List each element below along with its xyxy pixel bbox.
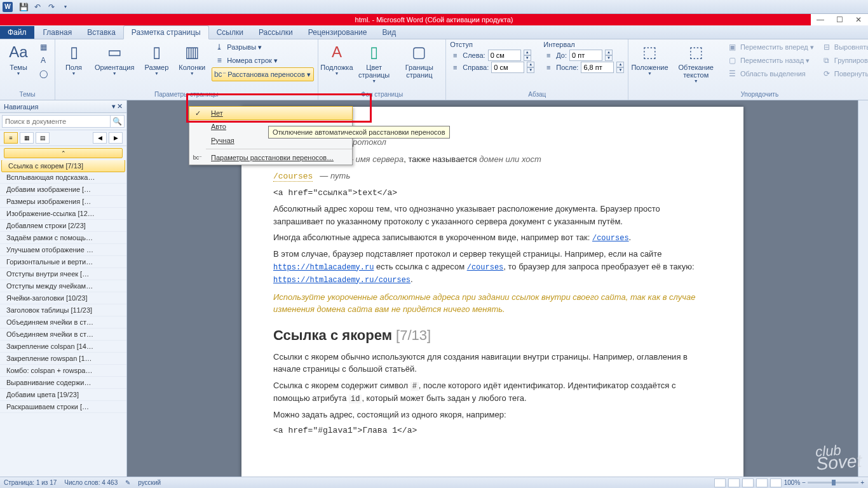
nav-next[interactable]: ▶ [109, 132, 123, 144]
maximize-button[interactable]: ☐ [830, 14, 849, 25]
nav-item[interactable]: Ячейки-заголовки [10/23] [0, 292, 126, 304]
breaks-icon: ⤓ [214, 42, 224, 52]
nav-close-icon[interactable]: ✕ [117, 102, 123, 111]
send-backward-button[interactable]: ▢Переместить назад ▾ [725, 54, 817, 67]
spin-down[interactable]: ▼ [527, 67, 534, 73]
line-numbers-button[interactable]: ≡Номера строк ▾ [212, 54, 314, 67]
group-paragraph: Отступ ≡ Слева: ▲▼ ≡ Справа: ▲▼ Интервал [446, 39, 628, 100]
minimize-button[interactable]: — [811, 14, 830, 25]
status-page[interactable]: Страница: 1 из 17 [4, 479, 57, 486]
nav-item[interactable]: Задаём рамки с помощь… [0, 232, 126, 244]
nav-item[interactable]: Всплывающая подсказка… [0, 172, 126, 184]
tab-references[interactable]: Ссылки [209, 26, 251, 39]
nav-item[interactable]: Добавим цвета [19/23] [0, 389, 126, 401]
nav-item[interactable]: Комбо: colspan + rowspa… [0, 365, 126, 377]
themes-button[interactable]: Aa Темы ▼ [4, 41, 33, 77]
margins-button[interactable]: ▯Поля▼ [59, 41, 88, 77]
position-button[interactable]: ⬚Положение▼ [632, 41, 667, 77]
zoom-out-button[interactable]: − [802, 479, 806, 486]
search-input[interactable] [2, 115, 111, 128]
undo-icon[interactable]: ↶ [32, 1, 43, 13]
spacing-before-input[interactable] [569, 50, 602, 61]
indent-left-input[interactable] [488, 50, 521, 61]
nav-item[interactable]: Добавим изображение [… [0, 184, 126, 196]
nav-dropdown-icon[interactable]: ▾ [112, 102, 116, 111]
view-draft[interactable] [770, 478, 782, 487]
status-proofing-icon[interactable]: ✎ [125, 479, 130, 486]
breaks-button[interactable]: ⤓Разрывы ▾ [212, 41, 314, 53]
zoom-level[interactable]: 100% [784, 479, 801, 486]
view-outline[interactable] [756, 478, 768, 487]
zoom-slider[interactable] [808, 482, 858, 484]
dropdown-item-options[interactable]: bc⁻Параметры расстановки переносов… [189, 151, 352, 165]
nav-item[interactable]: Изображение-ссылка [12… [0, 208, 126, 220]
nav-view-results[interactable]: ▤ [36, 132, 50, 144]
qat-customize-icon[interactable]: ▾ [60, 1, 71, 13]
hyphenation-button[interactable]: bc⁻Расстановка переносов ▾ [212, 67, 314, 81]
window-title: html. - Microsoft Word (Сбой активации п… [355, 16, 513, 24]
wrap-text-button[interactable]: ⬚Обтекание текстом▼ [670, 41, 722, 85]
indent-right-icon: ≡ [450, 64, 460, 71]
status-language[interactable]: русский [138, 479, 161, 486]
watermark-button[interactable]: AПодложка▼ [322, 41, 351, 77]
nav-item[interactable]: Горизонтальные и верти… [0, 256, 126, 268]
tab-view[interactable]: Вид [374, 26, 403, 39]
rotate-button[interactable]: ⟳Повернуть ▾ [819, 67, 868, 80]
view-web-layout[interactable] [742, 478, 754, 487]
selection-pane-button[interactable]: ☰Область выделения [725, 67, 817, 80]
nav-view-pages[interactable]: ▦ [20, 132, 34, 144]
nav-item[interactable]: Улучшаем отображение … [0, 244, 126, 256]
nav-item[interactable]: Выравнивание содержи… [0, 377, 126, 389]
orientation-button[interactable]: ▭Ориентация▼ [91, 41, 138, 77]
redo-icon[interactable]: ↷ [46, 1, 57, 13]
nav-item[interactable]: Размеры изображения [… [0, 196, 126, 208]
nav-item[interactable]: Заголовок таблицы [11/23] [0, 304, 126, 316]
spin-up[interactable]: ▲ [527, 62, 534, 67]
nav-collapse-bar[interactable]: ⌃ [4, 148, 123, 158]
view-print-layout[interactable] [714, 478, 726, 487]
theme-effects-button[interactable]: ◯ [36, 67, 51, 80]
page-color-button[interactable]: ▯Цвет страницы▼ [354, 41, 394, 85]
spin-down[interactable]: ▼ [605, 55, 613, 61]
nav-item[interactable]: Отступы между ячейкам… [0, 280, 126, 292]
spin-down[interactable]: ▼ [616, 67, 624, 73]
size-button[interactable]: ▯Размер▼ [140, 41, 172, 77]
nav-item[interactable]: Объединяем ячейки в ст… [0, 329, 126, 341]
status-words[interactable]: Число слов: 4 463 [64, 479, 118, 486]
group-button[interactable]: ⧉Группировать ▾ [819, 54, 868, 67]
file-tab[interactable]: Файл [0, 26, 34, 39]
save-icon[interactable]: 💾 [18, 1, 29, 13]
bring-forward-button[interactable]: ▣Переместить вперед ▾ [725, 41, 817, 53]
page-borders-button[interactable]: ▢Границы страниц [397, 41, 442, 80]
nav-item[interactable]: Закрепление colspan [14… [0, 341, 126, 353]
spacing-after-input[interactable] [581, 62, 614, 73]
nav-item[interactable]: Раскрашиваем строки [… [0, 401, 126, 413]
nav-prev[interactable]: ◀ [93, 132, 107, 144]
fonts-icon: A [38, 55, 48, 65]
spin-up[interactable]: ▲ [605, 50, 613, 55]
zoom-in-button[interactable]: + [860, 479, 864, 486]
search-icon[interactable]: 🔍 [111, 115, 125, 128]
nav-item[interactable]: Ссылка с якорем [7/13] [1, 160, 125, 172]
tab-insert[interactable]: Вставка [79, 26, 123, 39]
spin-up[interactable]: ▲ [616, 62, 624, 67]
nav-item[interactable]: Добавляем строки [2/23] [0, 220, 126, 232]
nav-item[interactable]: Закрепление rowspan [1… [0, 353, 126, 365]
theme-fonts-button[interactable]: A [36, 54, 51, 67]
nav-view-headings[interactable]: ≡ [4, 132, 18, 144]
spin-up[interactable]: ▲ [524, 50, 531, 55]
tab-mailings[interactable]: Рассылки [251, 26, 301, 39]
theme-colors-button[interactable]: ▦ [36, 41, 51, 53]
view-full-screen[interactable] [728, 478, 740, 487]
spin-down[interactable]: ▼ [524, 55, 531, 61]
nav-item[interactable]: Объединяем ячейки в ст… [0, 316, 126, 329]
indent-right-input[interactable] [491, 62, 524, 73]
align-button[interactable]: ⊟Выровнять ▾ [819, 41, 868, 53]
nav-item[interactable]: Отступы внутри ячеек [… [0, 268, 126, 280]
columns-button[interactable]: ▥Колонки▼ [175, 41, 209, 77]
tab-review[interactable]: Рецензирование [301, 26, 375, 39]
dropdown-item-none[interactable]: ✓Нет [189, 106, 353, 120]
tab-page-layout[interactable]: Разметка страницы [123, 25, 209, 39]
tab-home[interactable]: Главная [36, 26, 80, 39]
close-button[interactable]: ✕ [849, 14, 868, 25]
